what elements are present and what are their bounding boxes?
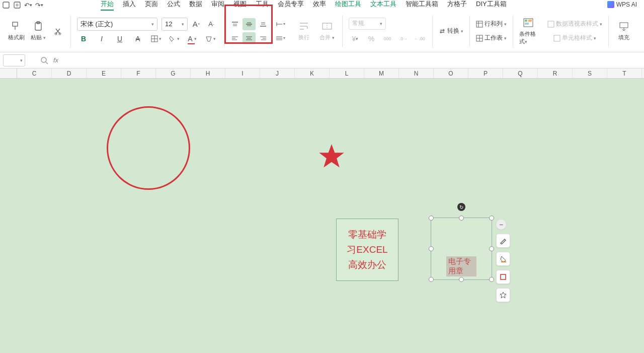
tab-data[interactable]: 数据 — [189, 0, 202, 11]
tab-tools[interactable]: 工具 — [256, 0, 269, 11]
fill-button[interactable]: 填充 — [615, 21, 633, 41]
col-header[interactable]: H — [191, 68, 225, 78]
align-middle-button[interactable] — [243, 18, 256, 30]
col-header[interactable]: I — [225, 68, 260, 78]
bold-button[interactable]: B — [77, 33, 90, 45]
col-header[interactable]: J — [260, 68, 295, 78]
format-painter-button[interactable]: 格式刷 — [7, 21, 25, 41]
wps-ai-button[interactable]: WPS AI — [607, 1, 637, 8]
resize-handle[interactable] — [459, 277, 464, 282]
col-header[interactable]: F — [121, 68, 156, 78]
italic-button[interactable]: I — [95, 33, 108, 45]
col-header[interactable]: E — [87, 68, 121, 78]
increase-decimal-button[interactable]: ←.00 — [413, 33, 426, 45]
sheet-canvas[interactable]: 零基础学 习EXCEL 高效办公 ↻ 电子专用章 − — [0, 79, 644, 353]
name-box[interactable]: ▾ — [3, 54, 25, 66]
tab-smart-toolbox[interactable]: 智能工具箱 — [406, 0, 438, 11]
conditional-format-button[interactable]: 条件格式▾ — [519, 17, 537, 45]
tab-fanggezi[interactable]: 方格子 — [447, 0, 467, 11]
align-center-button[interactable] — [243, 32, 256, 44]
resize-handle[interactable] — [489, 216, 494, 221]
shape-outline-button[interactable] — [496, 270, 510, 284]
align-bottom-button[interactable] — [257, 18, 270, 30]
currency-button[interactable]: ¥ ▾ — [349, 33, 362, 45]
border-button[interactable]: ▾ — [149, 33, 163, 45]
redo-icon[interactable]: ↷▾ — [35, 1, 43, 9]
star-shape[interactable] — [318, 143, 345, 170]
resize-handle[interactable] — [489, 277, 494, 282]
align-left-button[interactable] — [228, 32, 242, 44]
resize-handle[interactable] — [459, 216, 464, 221]
convert-button[interactable]: 转换▾ — [439, 26, 463, 37]
percent-button[interactable]: % — [365, 33, 378, 45]
tab-drawing-tools[interactable]: 绘图工具 — [335, 0, 361, 11]
cut-button[interactable] — [51, 25, 64, 37]
preview-icon[interactable] — [13, 1, 21, 9]
fill-color-button[interactable]: ▾ — [168, 33, 181, 45]
col-header[interactable]: S — [573, 68, 607, 78]
edit-shape-button[interactable] — [496, 234, 510, 248]
shape-effects-button[interactable] — [496, 288, 510, 302]
col-header[interactable]: O — [434, 68, 468, 78]
col-header[interactable]: R — [538, 68, 573, 78]
tab-member[interactable]: 会员专享 — [278, 0, 304, 11]
col-header[interactable]: C — [17, 68, 52, 78]
save-icon[interactable] — [2, 1, 10, 9]
col-header[interactable]: D — [52, 68, 87, 78]
wrap-text-button[interactable]: 换行 — [295, 21, 313, 41]
align-right-button[interactable] — [257, 32, 270, 44]
col-header[interactable]: G — [156, 68, 191, 78]
clear-format-button[interactable]: ▾ — [204, 33, 217, 45]
orientation-button[interactable]: ▾ — [274, 18, 287, 30]
font-color-button[interactable]: A▾ — [186, 33, 199, 45]
increase-font-button[interactable]: A+ — [190, 18, 203, 30]
tab-page[interactable]: 页面 — [145, 0, 158, 11]
col-header[interactable]: M — [364, 68, 399, 78]
font-name-select[interactable]: 宋体 (正文)▾ — [77, 18, 157, 31]
tab-formula[interactable]: 公式 — [167, 0, 180, 11]
col-header[interactable]: T — [607, 68, 642, 78]
font-size-select[interactable]: 12▾ — [162, 18, 188, 31]
collapse-toolbar-button[interactable]: − — [496, 220, 506, 230]
decrease-decimal-button[interactable]: .0→ — [397, 33, 410, 45]
align-top-button[interactable] — [228, 18, 242, 30]
comma-button[interactable]: 000 — [381, 33, 394, 45]
resize-handle[interactable] — [429, 246, 434, 251]
strikethrough-button[interactable]: A — [131, 33, 144, 45]
tab-efficiency[interactable]: 效率 — [313, 0, 326, 11]
shape-fill-button[interactable] — [496, 252, 510, 266]
tab-insert[interactable]: 插入 — [123, 0, 136, 11]
justify-button[interactable]: ▾ — [274, 32, 287, 44]
zoom-icon[interactable] — [40, 56, 48, 64]
cell-style-button[interactable]: 单元格样式▾ — [553, 33, 596, 44]
circle-shape[interactable] — [107, 106, 190, 190]
col-header[interactable]: L — [330, 68, 364, 78]
textbox-shape-1[interactable]: 零基础学 习EXCEL 高效办公 — [336, 219, 398, 281]
tab-text-tools[interactable]: 文本工具 — [370, 0, 396, 11]
tab-start[interactable]: 开始 — [101, 0, 114, 11]
resize-handle[interactable] — [429, 216, 434, 221]
tab-review[interactable]: 审阅 — [211, 0, 224, 11]
col-header[interactable]: K — [295, 68, 330, 78]
formula-input[interactable] — [63, 56, 516, 64]
rotate-handle[interactable]: ↻ — [457, 203, 465, 211]
col-header[interactable]: Q — [503, 68, 538, 78]
paste-button[interactable]: 粘贴 ▾ — [29, 21, 47, 41]
worksheet-button[interactable]: 工作表▾ — [476, 33, 507, 44]
tab-view[interactable]: 视图 — [233, 0, 247, 11]
textbox-2-text[interactable]: 电子专用章 — [446, 256, 476, 276]
underline-button[interactable]: U — [113, 33, 126, 45]
decrease-font-button[interactable]: A- — [205, 18, 218, 30]
select-all-corner[interactable] — [0, 68, 17, 78]
undo-icon[interactable]: ↶▾ — [24, 1, 32, 9]
pivot-style-button[interactable]: 数据透视表样式▾ — [547, 19, 602, 30]
textbox-shape-2-selected[interactable]: ↻ 电子专用章 — [431, 218, 492, 280]
resize-handle[interactable] — [429, 277, 434, 282]
number-format-select[interactable]: 常规▾ — [349, 18, 386, 30]
col-header[interactable]: P — [468, 68, 503, 78]
col-header[interactable]: N — [399, 68, 434, 78]
tab-diy-toolbox[interactable]: DIY工具箱 — [476, 0, 507, 11]
resize-handle[interactable] — [489, 246, 494, 251]
merge-button[interactable]: 合并 ▾ — [318, 21, 336, 41]
row-col-button[interactable]: 行和列▾ — [476, 19, 507, 30]
